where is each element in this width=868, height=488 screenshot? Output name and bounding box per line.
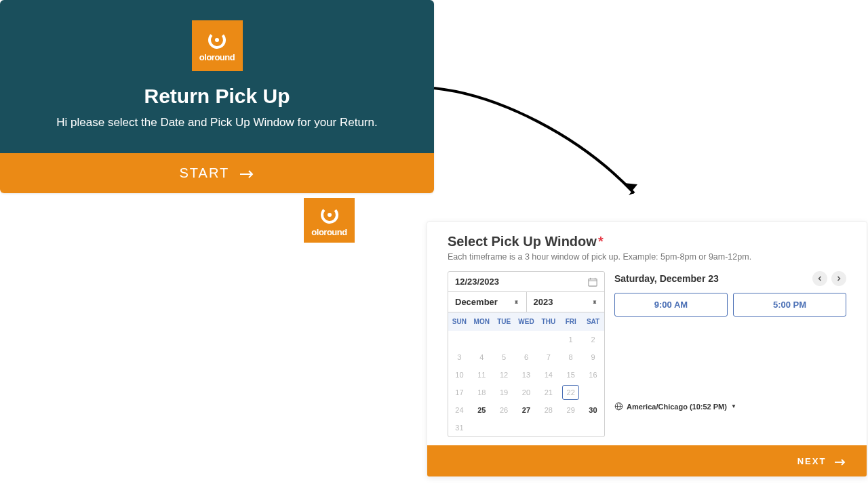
month-year-row: December ▲▼ 2023 ▲▼ [448,292,604,312]
picker-body: Select Pick Up Window* Each timeframe is… [427,222,867,445]
time-column: Saturday, December 23 9:00 AM5:00 PM [614,271,846,437]
svg-point-4 [328,213,332,217]
day-cell[interactable]: 5 [493,348,515,366]
dow-cell: THU [537,312,559,331]
month-select[interactable]: December ▲▼ [448,292,527,312]
day-cell[interactable]: 19 [493,384,515,401]
day-cell[interactable]: 14 [537,366,559,384]
flow-arrow-icon [431,81,648,210]
day-cell[interactable]: 23 [582,384,604,401]
arrow-right-icon [834,458,846,466]
timezone-select[interactable]: America/Chicago (10:52 PM) ▼ [614,402,846,411]
day-cell [493,419,515,436]
svg-point-1 [215,38,219,42]
date-nav [812,271,846,286]
day-cell[interactable]: 13 [515,366,538,384]
day-cell[interactable]: 28 [537,401,559,419]
intro-subtitle: Hi please select the Date and Pick Up Wi… [27,116,407,129]
time-slot[interactable]: 5:00 PM [733,293,846,317]
brand-name: oloround [311,227,347,237]
day-cell[interactable]: 25 [471,401,493,419]
dow-cell: MON [471,312,493,331]
day-cell[interactable]: 18 [471,384,493,401]
day-cell[interactable]: 6 [515,348,538,366]
day-of-week-header: SUNMONTUEWEDTHUFRISAT [448,312,604,331]
day-cell[interactable]: 15 [559,366,582,384]
timezone-label: America/Chicago (10:52 PM) [627,403,727,411]
day-cell[interactable]: 8 [559,348,582,366]
day-cell[interactable]: 10 [448,366,471,384]
start-label: START [180,165,229,180]
required-mark: * [598,234,604,249]
next-day-button[interactable] [831,271,846,286]
day-cell [471,331,493,348]
globe-icon [614,402,623,411]
day-cell[interactable]: 2 [582,331,604,348]
brand-logo: oloround [192,20,243,71]
day-cell[interactable]: 16 [582,366,604,384]
day-cell[interactable]: 12 [493,366,515,384]
next-button[interactable]: NEXT [797,456,846,466]
dow-cell: SUN [448,312,471,331]
dow-cell: FRI [559,312,582,331]
time-slots: 9:00 AM5:00 PM [614,293,846,317]
days-grid: 1234567891011121314151617181920212223242… [448,331,604,436]
day-cell [537,331,559,348]
day-cell[interactable]: 21 [537,384,559,401]
next-label: NEXT [797,456,827,466]
start-button[interactable]: START [0,153,434,193]
chevron-right-icon [836,276,842,281]
day-cell[interactable]: 9 [582,348,604,366]
time-header: Saturday, December 23 [614,271,846,286]
day-cell [471,419,493,436]
next-bar: NEXT [427,445,867,476]
svg-rect-6 [589,279,597,286]
selected-date-label: Saturday, December 23 [614,273,719,284]
brand-logo-small: oloround [304,198,355,243]
day-cell[interactable]: 24 [448,401,471,419]
day-cell[interactable]: 29 [559,401,582,419]
day-cell[interactable]: 11 [471,366,493,384]
intro-title: Return Pick Up [27,85,407,108]
day-cell [493,331,515,348]
oloround-icon [319,204,340,226]
arrow-right-icon [239,169,254,179]
day-cell [515,331,538,348]
svg-marker-5 [624,183,637,195]
date-input[interactable]: 12/23/2023 [448,272,604,292]
calendar: 12/23/2023 December ▲▼ 2023 [448,271,605,437]
day-cell [515,419,538,436]
brand-name: oloround [199,52,235,62]
dow-cell: SAT [582,312,604,331]
day-cell[interactable]: 1 [559,331,582,348]
day-cell[interactable]: 26 [493,401,515,419]
dow-cell: TUE [493,312,515,331]
day-cell [448,331,471,348]
day-cell[interactable]: 27 [515,401,538,419]
day-cell[interactable]: 31 [448,419,471,436]
day-cell[interactable]: 4 [471,348,493,366]
day-cell[interactable]: 17 [448,384,471,401]
date-value: 12/23/2023 [455,277,499,287]
picker-row: 12/23/2023 December ▲▼ 2023 [448,271,846,437]
picker-card: Select Pick Up Window* Each timeframe is… [427,221,867,477]
year-select[interactable]: 2023 ▲▼ [527,292,605,312]
time-slot[interactable]: 9:00 AM [614,293,728,317]
calendar-icon [588,277,597,287]
intro-card: oloround Return Pick Up Hi please select… [0,0,434,193]
day-cell[interactable]: 20 [515,384,538,401]
day-cell[interactable]: 30 [582,401,604,419]
oloround-icon [206,29,228,51]
day-cell [582,419,604,436]
chevron-left-icon [817,276,823,281]
dow-cell: WED [515,312,538,331]
day-cell [559,419,582,436]
picker-title: Select Pick Up Window* [448,234,846,249]
caret-down-icon: ▼ [731,403,736,409]
day-cell[interactable]: 3 [448,348,471,366]
picker-subtitle: Each timeframe is a 3 hour window of pic… [448,252,846,262]
day-cell[interactable]: 7 [537,348,559,366]
day-cell[interactable]: 22 [559,384,582,401]
prev-day-button[interactable] [812,271,827,286]
day-cell [537,419,559,436]
